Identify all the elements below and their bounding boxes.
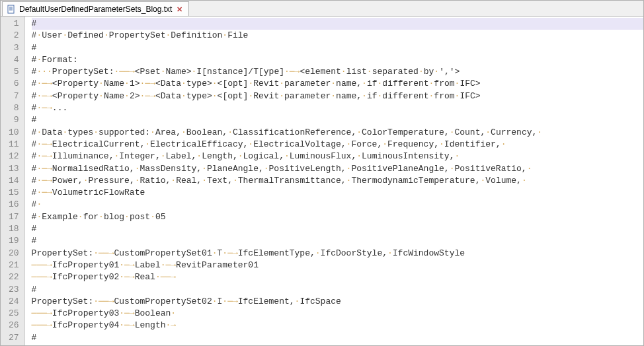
code-line[interactable]: #·─→VolumetricFlowRate bbox=[32, 187, 643, 199]
code-line[interactable]: # bbox=[32, 235, 643, 247]
code-line[interactable]: #·─→<Property·Name·2>·─→<Data·type>·<[op… bbox=[32, 90, 643, 102]
line-number: 12 bbox=[9, 151, 19, 162]
line-number: 11 bbox=[9, 139, 19, 151]
code-line[interactable]: #·─→Illuminance,·Integer,·Label,·Length,… bbox=[32, 151, 643, 162]
svg-rect-0 bbox=[8, 5, 14, 13]
line-number: 9 bbox=[9, 114, 19, 126]
code-line[interactable]: # bbox=[32, 114, 643, 126]
code-line[interactable]: #·─→ElectricalCurrent,·ElectricalEfficac… bbox=[32, 139, 643, 151]
code-line[interactable]: # bbox=[32, 332, 643, 344]
line-number: 14 bbox=[9, 175, 19, 187]
line-number: 7 bbox=[9, 90, 19, 102]
code-line[interactable]: # bbox=[32, 18, 643, 30]
code-line[interactable]: #·─→Power,·Pressure,·Ratio,·Real,·Text,·… bbox=[32, 175, 643, 187]
code-line[interactable]: ───→IfcProperty03·─→Boolean· bbox=[32, 308, 643, 320]
line-number: 6 bbox=[9, 78, 19, 90]
close-icon[interactable]: ✕ bbox=[175, 5, 183, 13]
line-number: 24 bbox=[9, 296, 19, 308]
code-line[interactable]: #·─→... bbox=[32, 102, 643, 114]
line-number: 26 bbox=[9, 320, 19, 331]
code-line[interactable]: #·Format: bbox=[32, 54, 643, 66]
line-number: 27 bbox=[9, 332, 19, 344]
code-line[interactable]: ───→IfcProperty02·─→Real·──→ bbox=[32, 271, 643, 283]
code-area[interactable]: ##·User·Defined·PropertySet·Definition·F… bbox=[25, 17, 643, 345]
code-line[interactable]: #·Example·for·blog·post·05 bbox=[32, 211, 643, 223]
text-editor[interactable]: 1234567891011121314151617181920212223242… bbox=[1, 17, 643, 345]
line-number: 1 bbox=[9, 18, 19, 30]
code-line[interactable]: # bbox=[32, 42, 643, 54]
line-number: 19 bbox=[9, 235, 19, 247]
line-number: 20 bbox=[9, 248, 19, 260]
line-number: 23 bbox=[9, 284, 19, 296]
line-number: 3 bbox=[9, 42, 19, 54]
line-number: 18 bbox=[9, 223, 19, 235]
code-line[interactable]: # bbox=[32, 284, 643, 296]
line-number: 17 bbox=[9, 211, 19, 223]
code-line[interactable]: #·Data·types·supported:·Area,·Boolean,·C… bbox=[32, 127, 643, 139]
line-number: 15 bbox=[9, 187, 19, 199]
line-number: 22 bbox=[9, 271, 19, 283]
line-number: 21 bbox=[9, 260, 19, 271]
tab-label: DefaultUserDefinedParameterSets_Blog.txt bbox=[19, 5, 172, 14]
code-line[interactable]: #·User·Defined·PropertySet·Definition·Fi… bbox=[32, 30, 643, 42]
code-line[interactable]: ───→IfcProperty04·─→Length·→ bbox=[32, 320, 643, 331]
file-icon bbox=[7, 5, 16, 14]
line-number: 5 bbox=[9, 66, 19, 78]
line-number: 2 bbox=[9, 30, 19, 42]
code-line[interactable]: #·─→NormalisedRatio,·MassDensity,·PlaneA… bbox=[32, 163, 643, 175]
line-number: 13 bbox=[9, 163, 19, 175]
code-line[interactable]: ───→IfcProperty01·─→Label·─→RevitParamet… bbox=[32, 260, 643, 271]
line-number-gutter: 1234567891011121314151617181920212223242… bbox=[1, 17, 25, 345]
line-number: 10 bbox=[9, 127, 19, 139]
line-number: 8 bbox=[9, 102, 19, 114]
code-line[interactable]: #·─→<Property·Name·1>·─→<Data·type>·<[op… bbox=[32, 78, 643, 90]
tab-bar: DefaultUserDefinedParameterSets_Blog.txt… bbox=[1, 1, 643, 17]
code-line[interactable]: #···PropertySet:·──→<Pset·Name>·I[nstanc… bbox=[32, 66, 643, 78]
line-number: 25 bbox=[9, 308, 19, 320]
editor-tab[interactable]: DefaultUserDefinedParameterSets_Blog.txt… bbox=[2, 1, 189, 16]
code-line[interactable]: PropertySet:·──→CustomPropertySet02·I·─→… bbox=[32, 296, 643, 308]
code-line[interactable]: PropertySet:·──→CustomPropertySet01·T·─→… bbox=[32, 248, 643, 260]
line-number: 16 bbox=[9, 199, 19, 211]
line-number: 4 bbox=[9, 54, 19, 66]
code-line[interactable]: #· bbox=[32, 199, 643, 211]
code-line[interactable]: # bbox=[32, 223, 643, 235]
